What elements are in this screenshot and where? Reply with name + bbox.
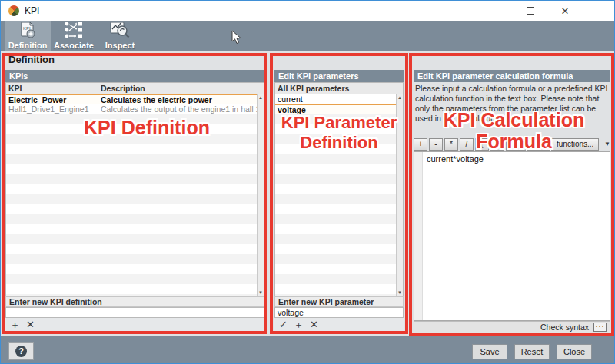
new-kpi-parameter-input[interactable]: voltage <box>274 307 404 318</box>
check-syntax-button[interactable]: ··· <box>593 323 607 332</box>
toolbar-overflow-icon[interactable]: ▼ <box>604 141 610 147</box>
table-row-empty[interactable] <box>275 274 396 284</box>
table-row-empty[interactable] <box>275 294 396 296</box>
reset-button[interactable]: Reset <box>514 344 550 359</box>
list-item[interactable]: voltage <box>275 104 396 114</box>
table-row-empty[interactable] <box>275 154 396 164</box>
kpi-name-cell[interactable]: Electric_Power <box>6 95 98 104</box>
column-header-kpi[interactable]: KPI <box>6 83 98 94</box>
empty-cell <box>98 184 257 194</box>
abs-function-button[interactable]: abs <box>506 138 526 151</box>
table-row-empty[interactable] <box>275 134 396 144</box>
add-parameter-icon[interactable]: ＋ <box>294 319 304 330</box>
table-row-empty[interactable] <box>6 254 257 264</box>
divide-operator-button[interactable]: / <box>460 138 474 151</box>
table-row-empty[interactable] <box>275 164 396 174</box>
multiply-operator-button[interactable]: * <box>444 138 458 151</box>
minimize-button[interactable]: – <box>477 1 508 21</box>
new-kpi-definition-input[interactable] <box>5 307 264 318</box>
save-button[interactable]: Save <box>472 344 507 359</box>
help-button[interactable]: ? <box>8 342 34 360</box>
table-row-empty[interactable] <box>275 254 396 264</box>
kpi-description-cell[interactable]: Calculates the output of the engine1 in … <box>98 104 257 114</box>
tab-associate-label: Associate <box>54 41 94 50</box>
empty-cell <box>98 244 257 254</box>
plus-operator-button[interactable]: + <box>414 138 427 151</box>
tab-associate[interactable]: Associate <box>51 21 97 51</box>
scroll-down-icon[interactable]: ▼ <box>397 290 403 296</box>
close-paren-button[interactable]: ) <box>490 138 504 151</box>
formula-text[interactable]: current*voltage <box>427 154 484 164</box>
check-syntax-label: Check syntax <box>540 323 589 332</box>
table-row-empty[interactable] <box>6 114 257 124</box>
table-row-empty[interactable] <box>6 194 257 204</box>
kpi-table-scrollbar[interactable]: ▲ ▼ <box>257 94 264 296</box>
kpi-window: KPI – ✕ KPI Definition <box>0 0 615 364</box>
add-kpi-icon[interactable]: ＋ <box>10 319 20 330</box>
table-row-empty[interactable] <box>6 294 257 296</box>
tab-definition[interactable]: KPI Definition <box>5 21 51 51</box>
table-row-empty[interactable] <box>275 174 396 184</box>
table-row-empty[interactable] <box>6 124 257 134</box>
table-row-empty[interactable] <box>6 134 257 144</box>
empty-cell <box>98 214 257 224</box>
parameter-list-scrollbar[interactable]: ▲ ▼ <box>396 94 403 296</box>
kpi-description-cell[interactable]: Calculates the electric power <box>98 95 257 104</box>
open-paren-button[interactable]: ( <box>475 138 489 151</box>
empty-cell <box>98 264 257 274</box>
table-row-empty[interactable] <box>275 124 396 134</box>
table-row-empty[interactable] <box>6 154 257 164</box>
kpi-name-cell[interactable]: Hall1_Drive1_Engine1 <box>6 104 98 114</box>
edit-parameters-panel-header: Edit KPI parameters <box>274 70 404 82</box>
table-row-empty[interactable] <box>6 284 257 294</box>
parameter-list-rows: current voltage <box>275 94 396 296</box>
scroll-up-icon[interactable]: ▲ <box>397 94 403 101</box>
column-header-description[interactable]: Description <box>98 83 264 94</box>
table-row-empty[interactable] <box>275 184 396 194</box>
table-row-empty[interactable] <box>275 244 396 254</box>
close-button[interactable]: Close <box>557 344 592 359</box>
table-row-empty[interactable] <box>6 224 257 234</box>
table-row-empty[interactable] <box>6 204 257 214</box>
functions-menu-button[interactable]: functions... <box>551 138 599 151</box>
table-row-empty[interactable] <box>275 214 396 224</box>
table-row-empty[interactable] <box>275 114 396 124</box>
close-window-button[interactable]: ✕ <box>550 1 580 21</box>
table-row-empty[interactable] <box>275 224 396 234</box>
confirm-parameter-icon[interactable]: ✓ <box>279 319 288 330</box>
table-row-empty[interactable] <box>6 214 257 224</box>
tab-inspect[interactable]: Inspect <box>97 21 143 51</box>
table-row-empty[interactable] <box>275 284 396 294</box>
formula-textbox[interactable]: current*voltage <box>414 151 610 321</box>
table-row-empty[interactable] <box>6 144 257 154</box>
parameter-name-cell[interactable]: current <box>275 94 396 104</box>
table-row-empty[interactable] <box>6 274 257 284</box>
table-row[interactable]: Hall1_Drive1_Engine1 Calculates the outp… <box>6 104 257 114</box>
scroll-down-icon[interactable]: ▼ <box>258 290 264 296</box>
empty-cell <box>98 154 257 164</box>
table-row-empty[interactable] <box>275 264 396 274</box>
table-row-empty[interactable] <box>6 264 257 274</box>
table-row-empty[interactable] <box>6 174 257 184</box>
table-row-empty[interactable] <box>275 204 396 214</box>
scroll-up-icon[interactable]: ▲ <box>258 94 264 101</box>
table-row-empty[interactable] <box>6 184 257 194</box>
table-row-empty[interactable] <box>275 234 396 244</box>
list-item[interactable]: current <box>275 94 396 104</box>
table-row-empty[interactable] <box>6 164 257 174</box>
minus-operator-button[interactable]: - <box>429 138 443 151</box>
table-row-empty[interactable] <box>275 144 396 154</box>
table-row-empty[interactable] <box>6 234 257 244</box>
table-row-empty[interactable] <box>275 194 396 204</box>
table-row-empty[interactable] <box>6 244 257 254</box>
sum-function-button[interactable]: sum <box>527 138 550 151</box>
delete-kpi-icon[interactable]: ✕ <box>26 319 35 330</box>
empty-cell <box>6 134 98 144</box>
empty-cell <box>98 114 257 124</box>
delete-parameter-icon[interactable]: ✕ <box>310 319 318 330</box>
inspect-icon <box>109 21 131 39</box>
all-kpi-parameters-header[interactable]: All KPI parameters <box>275 83 403 94</box>
maximize-button[interactable] <box>515 1 546 21</box>
parameter-name-cell[interactable]: voltage <box>275 105 396 114</box>
table-row[interactable]: Electric_Power Calculates the electric p… <box>6 94 257 104</box>
